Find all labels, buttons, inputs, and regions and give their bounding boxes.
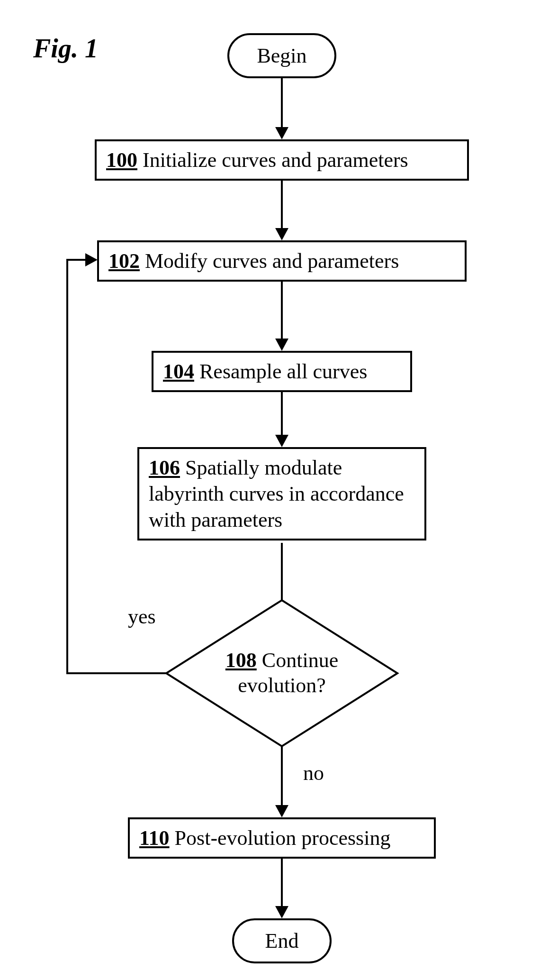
step-110-num: 110 bbox=[139, 826, 170, 850]
arrow-line bbox=[281, 391, 283, 438]
terminal-begin: Begin bbox=[227, 33, 336, 78]
arrowhead-icon bbox=[275, 435, 288, 447]
step-102-text: Modify curves and parameters bbox=[140, 249, 399, 273]
arrow-line bbox=[66, 259, 88, 261]
step-108-line1: Continue bbox=[257, 649, 338, 672]
edge-no-label: no bbox=[303, 761, 324, 785]
step-110-text: Post-evolution processing bbox=[170, 826, 391, 850]
step-102: 102 Modify curves and parameters bbox=[97, 240, 467, 282]
arrowhead-icon bbox=[275, 805, 288, 817]
step-108-line2: evolution? bbox=[238, 673, 326, 698]
terminal-end: End bbox=[232, 918, 332, 963]
step-100-num: 100 bbox=[106, 148, 137, 172]
edge-yes-label: yes bbox=[128, 604, 156, 629]
arrow-line bbox=[66, 672, 167, 674]
arrowhead-icon bbox=[275, 906, 288, 918]
step-108-decision: 108 Continue evolution? bbox=[163, 597, 400, 749]
step-106-num: 106 bbox=[149, 456, 180, 479]
arrowhead-icon bbox=[275, 228, 288, 240]
terminal-begin-label: Begin bbox=[257, 44, 306, 68]
arrow-line bbox=[281, 78, 283, 130]
arrow-line bbox=[281, 179, 283, 231]
step-104-text: Resample all curves bbox=[194, 360, 367, 383]
arrow-line bbox=[281, 857, 283, 909]
step-100: 100 Initialize curves and parameters bbox=[95, 139, 469, 181]
step-106-text: Spatially modulate labyrinth curves in a… bbox=[149, 456, 404, 531]
arrow-line bbox=[281, 747, 283, 808]
step-102-num: 102 bbox=[108, 249, 140, 273]
step-108-num: 108 bbox=[225, 649, 257, 672]
arrow-line bbox=[281, 280, 283, 342]
step-106: 106 Spatially modulate labyrinth curves … bbox=[137, 447, 426, 540]
step-104-num: 104 bbox=[163, 360, 194, 383]
step-104: 104 Resample all curves bbox=[152, 351, 412, 392]
arrowhead-icon bbox=[275, 127, 288, 139]
arrow-line bbox=[66, 260, 68, 674]
step-110: 110 Post-evolution processing bbox=[128, 817, 436, 859]
step-100-text: Initialize curves and parameters bbox=[137, 148, 408, 172]
arrowhead-icon bbox=[275, 339, 288, 351]
arrowhead-icon bbox=[85, 253, 98, 266]
step-108-text: 108 Continue evolution? bbox=[163, 597, 400, 749]
terminal-end-label: End bbox=[265, 929, 299, 953]
figure-title: Fig. 1 bbox=[33, 33, 98, 64]
